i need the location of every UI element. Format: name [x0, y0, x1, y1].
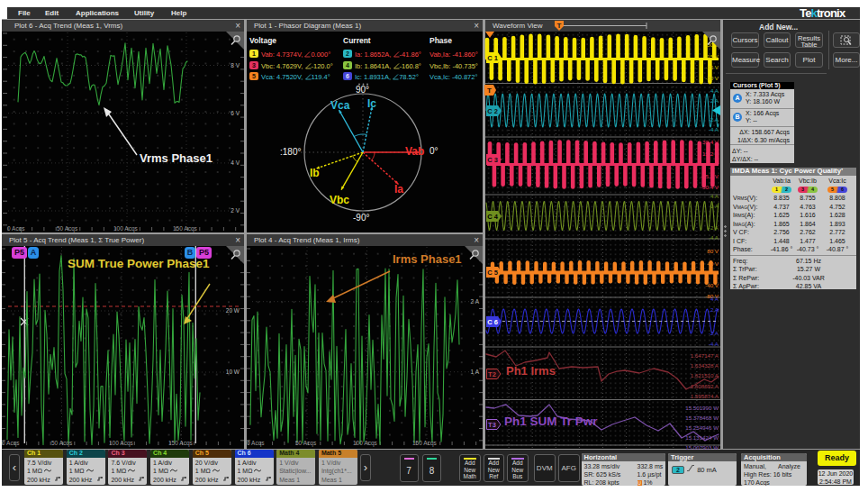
svg-text:C 4: C 4	[487, 213, 499, 221]
svg-text:C 2: C 2	[487, 107, 498, 115]
svg-text:T: T	[487, 87, 492, 95]
svg-text:T2: T2	[488, 370, 496, 378]
svg-text:C 3: C 3	[487, 156, 498, 164]
svg-text:C 5: C 5	[487, 269, 498, 277]
svg-text:C 1: C 1	[487, 54, 498, 62]
svg-text:T3: T3	[488, 421, 496, 429]
svg-text:C 6: C 6	[487, 318, 498, 326]
